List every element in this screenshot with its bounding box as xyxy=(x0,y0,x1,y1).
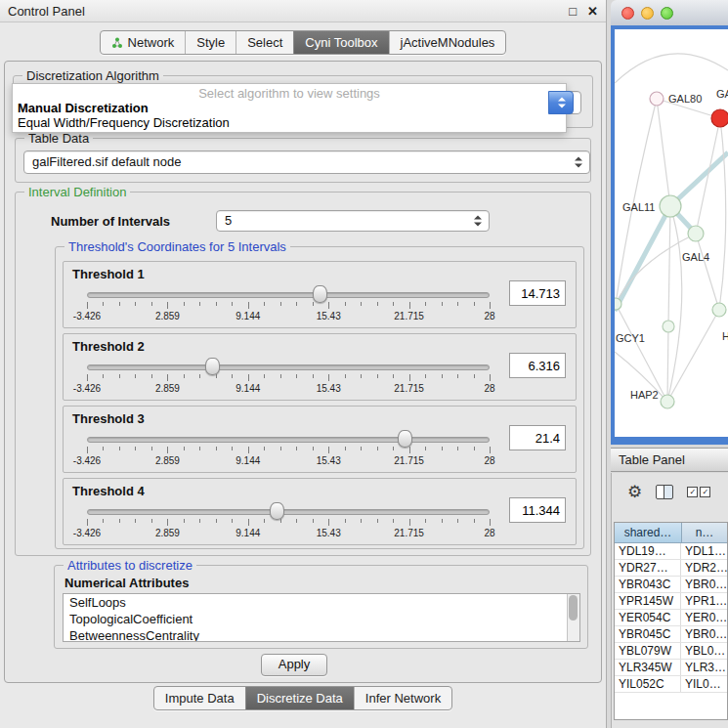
table-row[interactable]: YLR345WYLR3… xyxy=(615,660,727,676)
table-cell[interactable]: YBR0… xyxy=(681,626,727,642)
slider-track[interactable] xyxy=(87,292,490,298)
number-of-intervals-combobox[interactable]: 5 xyxy=(216,210,490,232)
table-cell[interactable]: YDR27… xyxy=(615,560,681,576)
list-item[interactable]: BetweennessCentrality xyxy=(64,627,579,642)
network-edge[interactable] xyxy=(667,310,719,402)
bottom-tab-discretize-data[interactable]: Discretize Data xyxy=(245,687,354,709)
dropdown-option-manual-discretization[interactable]: Manual Discretization xyxy=(13,101,566,115)
table-cell[interactable]: YDL19… xyxy=(615,543,681,559)
gear-icon[interactable]: ⚙ xyxy=(627,484,642,500)
network-edge[interactable] xyxy=(668,206,670,326)
bottom-tab-impute-data[interactable]: Impute Data xyxy=(154,687,245,709)
table-row[interactable]: YIL052CYIL0… xyxy=(615,676,727,693)
network-edge[interactable] xyxy=(616,234,696,304)
list-item[interactable]: TopologicalCoefficient xyxy=(64,611,579,627)
network-node-left-node[interactable] xyxy=(615,298,621,310)
close-traffic-light-icon[interactable] xyxy=(621,7,634,20)
bottom-tab-infer-network[interactable]: Infer Network xyxy=(354,687,451,709)
slider-thumb[interactable] xyxy=(270,502,284,520)
table-cell[interactable]: YPR1… xyxy=(681,593,727,609)
network-edge[interactable] xyxy=(696,234,719,310)
table-row[interactable]: YBR043CYBR0… xyxy=(615,577,727,593)
network-edge[interactable] xyxy=(616,304,667,402)
scrollbar-thumb[interactable] xyxy=(569,595,578,621)
tab-cyni-toolbox[interactable]: Cyni Toolbox xyxy=(293,31,388,54)
table-cell[interactable]: YIL0… xyxy=(681,676,727,692)
table-cell[interactable]: YBR043C xyxy=(615,577,681,592)
columns-icon[interactable] xyxy=(656,485,673,499)
table-cell[interactable]: YER0… xyxy=(681,610,727,625)
column-header[interactable]: n… xyxy=(682,523,727,542)
threshold-slider[interactable]: -3.4262.8599.14415.4321.71528 xyxy=(87,356,490,397)
dropdown-option-equal-width-frequency[interactable]: Equal Width/Frequency Discretization xyxy=(13,115,566,130)
table-panel: ⚙ ✓ ✓ shared… n… YDL19…YDL1…YDR27…YDR2…Y… xyxy=(611,473,728,728)
table-cell[interactable]: YPR145W xyxy=(615,593,681,609)
slider-thumb[interactable] xyxy=(313,285,327,303)
network-node-mid-node[interactable] xyxy=(663,321,674,332)
threshold-slider[interactable]: -3.4262.8599.14415.4321.71528 xyxy=(87,428,490,469)
tab-jactivemnodules[interactable]: jActiveMNodules xyxy=(389,31,506,54)
threshold-value-field[interactable]: 11.344 xyxy=(509,497,566,523)
table-row[interactable]: YDL19…YDL1… xyxy=(615,543,727,560)
scrollbar[interactable] xyxy=(567,594,579,641)
slider-track[interactable] xyxy=(87,364,490,370)
network-node-GAL4[interactable] xyxy=(688,226,704,241)
table-row[interactable]: YPR145WYPR1… xyxy=(615,593,727,610)
threshold-value-field[interactable]: 21.4 xyxy=(509,425,566,450)
numerical-attributes-list[interactable]: SelfLoopsTopologicalCoefficientBetweenne… xyxy=(63,593,580,642)
threshold-value-field[interactable]: 14.713 xyxy=(509,280,566,306)
table-cell[interactable]: YLR345W xyxy=(615,660,681,675)
table-cell[interactable]: YBL079W xyxy=(615,643,681,659)
list-item[interactable]: SelfLoops xyxy=(64,594,579,611)
apply-button[interactable]: Apply xyxy=(261,654,327,676)
table-cell[interactable]: YBR0… xyxy=(681,577,727,592)
table-cell[interactable]: YLR3… xyxy=(681,660,727,675)
column-header[interactable]: shared… xyxy=(615,523,682,542)
network-edge[interactable] xyxy=(657,99,670,206)
tab-select[interactable]: Select xyxy=(236,31,293,54)
select-checkboxes-icon[interactable]: ✓ ✓ xyxy=(687,487,710,497)
network-node-right-node[interactable] xyxy=(712,303,726,317)
combobox-arrow-button[interactable] xyxy=(548,91,574,114)
table-row[interactable]: YBR045CYBR0… xyxy=(615,626,727,643)
minimize-traffic-light-icon[interactable] xyxy=(641,7,654,20)
network-node-GAL80[interactable] xyxy=(650,92,664,106)
slider-thumb[interactable] xyxy=(205,358,220,375)
table-cell[interactable]: YBL0… xyxy=(681,643,727,659)
scale-label: 15.43 xyxy=(317,528,341,538)
threshold-slider[interactable]: -3.4262.8599.14415.4321.71528 xyxy=(87,283,490,324)
tab-style[interactable]: Style xyxy=(185,31,236,54)
network-node-GAL11[interactable] xyxy=(660,195,681,217)
threshold-value-field[interactable]: 6.316 xyxy=(509,353,566,378)
network-node-red-node[interactable] xyxy=(711,109,728,127)
table-cell[interactable]: YBR045C xyxy=(615,626,681,642)
slider-track[interactable] xyxy=(87,437,490,443)
table-panel-header[interactable]: Table Panel xyxy=(611,448,728,472)
scale-label: 15.43 xyxy=(317,311,341,321)
zoom-traffic-light-icon[interactable] xyxy=(661,7,673,20)
float-window-icon[interactable]: □ xyxy=(569,5,577,18)
table-row[interactable]: YER054CYER0… xyxy=(615,610,727,626)
network-window-titlebar[interactable] xyxy=(611,0,728,26)
table-cell[interactable]: YDR2… xyxy=(681,560,727,576)
slider-thumb[interactable] xyxy=(398,430,412,448)
tab-network[interactable]: Network xyxy=(101,31,186,54)
threshold-slider[interactable]: -3.4262.8599.14415.4321.71528 xyxy=(87,500,490,541)
network-edge[interactable] xyxy=(719,118,726,310)
network-edge[interactable] xyxy=(615,54,728,83)
table-row[interactable]: YDR27…YDR2… xyxy=(615,560,727,577)
slider-track[interactable] xyxy=(87,509,490,515)
network-node-HAP2[interactable] xyxy=(661,395,674,408)
network-edge[interactable] xyxy=(615,152,728,311)
table-row[interactable]: YBL079WYBL0… xyxy=(615,643,727,660)
network-edge[interactable] xyxy=(667,326,668,402)
node-label: H xyxy=(722,330,728,342)
network-canvas[interactable]: GAL80GAGAL11GAL4GCY1HAP2H xyxy=(615,29,728,437)
table-cell[interactable]: YER054C xyxy=(615,610,681,625)
table-cell[interactable]: YIL052C xyxy=(615,676,681,692)
table-cell[interactable]: YDL1… xyxy=(681,543,727,559)
table-toolbar: ⚙ ✓ ✓ xyxy=(612,479,728,504)
close-icon[interactable]: ✕ xyxy=(587,5,598,18)
table-data-combobox[interactable]: galFiltered.sif default node xyxy=(23,150,590,174)
slider-ticks xyxy=(87,519,490,527)
